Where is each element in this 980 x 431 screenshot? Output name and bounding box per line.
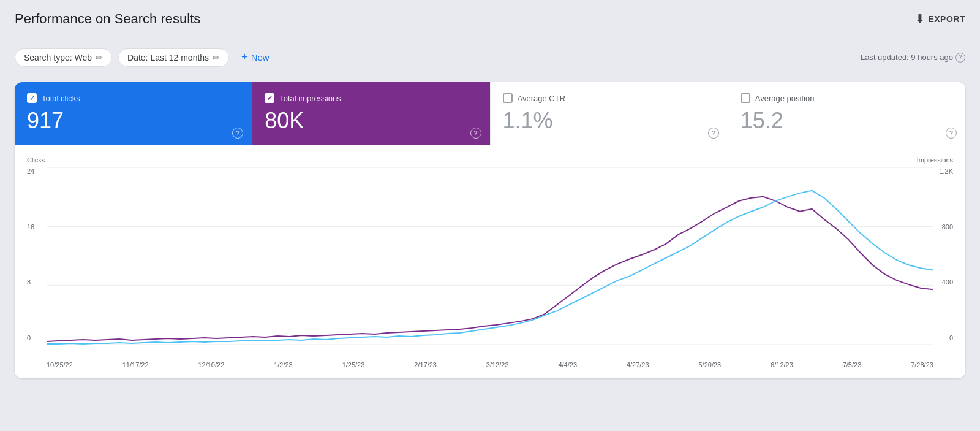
main-container: Performance on Search results ⬇ EXPORT S… bbox=[0, 0, 980, 431]
y-left-0: 24 bbox=[27, 167, 34, 175]
impressions-checkbox[interactable] bbox=[265, 93, 274, 103]
edit-date-icon: ✏ bbox=[213, 53, 220, 63]
position-label: Average position bbox=[755, 94, 815, 103]
metric-total-clicks[interactable]: Total clicks 917 ? bbox=[15, 82, 252, 145]
x-label-0: 10/25/22 bbox=[47, 361, 73, 368]
date-label: Date: Last 12 months bbox=[127, 53, 209, 63]
impressions-label: Total impressions bbox=[279, 94, 341, 103]
filter-left: Search type: Web ✏ Date: Last 12 months … bbox=[15, 47, 276, 67]
metric-clicks-header: Total clicks bbox=[27, 93, 239, 103]
x-label-8: 4/27/23 bbox=[627, 361, 649, 368]
position-help-icon: ? bbox=[946, 128, 957, 139]
position-value: 15.2 bbox=[741, 108, 953, 134]
last-updated: Last updated: 9 hours ago ? bbox=[861, 53, 965, 63]
x-label-3: 1/2/23 bbox=[274, 361, 293, 368]
x-label-10: 6/12/23 bbox=[771, 361, 793, 368]
metric-position-header: Average position bbox=[741, 93, 953, 103]
clicks-value: 917 bbox=[27, 108, 239, 134]
y-left-2: 8 bbox=[27, 278, 34, 286]
y-left-1: 16 bbox=[27, 223, 34, 231]
y-labels-right: 1.2K 800 400 0 bbox=[939, 167, 953, 341]
chart-svg bbox=[47, 167, 933, 345]
y-axis-right-title: Impressions bbox=[917, 156, 953, 166]
impressions-help-icon: ? bbox=[470, 128, 481, 139]
y-left-3: 0 bbox=[27, 334, 34, 341]
edit-search-type-icon: ✏ bbox=[96, 53, 103, 63]
new-button[interactable]: + New bbox=[235, 47, 276, 67]
y-right-3: 0 bbox=[939, 334, 953, 341]
last-updated-text: Last updated: 9 hours ago bbox=[861, 53, 953, 62]
metric-average-ctr[interactable]: Average CTR 1.1% ? bbox=[491, 82, 728, 145]
x-label-6: 3/12/23 bbox=[486, 361, 509, 368]
info-icon: ? bbox=[956, 53, 965, 63]
y-right-2: 400 bbox=[939, 278, 953, 286]
x-label-4: 1/25/23 bbox=[342, 361, 365, 368]
chart-container: Clicks 24 16 8 0 Impressions 1.2K 800 40… bbox=[15, 145, 965, 378]
x-labels: 10/25/22 11/17/22 12/10/22 1/2/23 1/25/2… bbox=[47, 361, 933, 368]
new-label: New bbox=[251, 52, 270, 63]
download-icon: ⬇ bbox=[915, 12, 925, 26]
clicks-help-icon: ? bbox=[232, 128, 243, 139]
y-right-1: 800 bbox=[939, 223, 953, 231]
page-title: Performance on Search results bbox=[15, 11, 200, 27]
position-checkbox[interactable] bbox=[741, 93, 750, 103]
clicks-line bbox=[47, 191, 933, 344]
metric-impressions-header: Total impressions bbox=[265, 93, 477, 103]
metric-ctr-header: Average CTR bbox=[503, 93, 715, 103]
impressions-line bbox=[47, 197, 933, 341]
search-type-label: Search type: Web bbox=[24, 53, 92, 63]
x-label-2: 12/10/22 bbox=[198, 361, 224, 368]
y-labels-left: 24 16 8 0 bbox=[27, 167, 34, 341]
ctr-label: Average CTR bbox=[518, 94, 566, 103]
x-label-5: 2/17/23 bbox=[414, 361, 437, 368]
metrics-chart-card: Total clicks 917 ? Total impressions 80K… bbox=[15, 82, 965, 378]
x-label-1: 11/17/22 bbox=[123, 361, 149, 368]
date-filter[interactable]: Date: Last 12 months ✏ bbox=[118, 48, 229, 67]
x-label-7: 4/4/23 bbox=[558, 361, 577, 368]
metric-average-position[interactable]: Average position 15.2 ? bbox=[728, 82, 965, 145]
metric-total-impressions[interactable]: Total impressions 80K ? bbox=[252, 82, 490, 145]
ctr-help-icon: ? bbox=[708, 128, 719, 139]
x-label-9: 5/20/23 bbox=[699, 361, 722, 368]
y-right-0: 1.2K bbox=[939, 167, 953, 175]
ctr-value: 1.1% bbox=[503, 108, 715, 134]
ctr-checkbox[interactable] bbox=[503, 93, 513, 103]
y-axis-left-title: Clicks bbox=[27, 156, 45, 166]
header-row: Performance on Search results ⬇ EXPORT bbox=[15, 11, 965, 27]
x-label-12: 7/28/23 bbox=[911, 361, 933, 368]
header-divider bbox=[15, 37, 965, 37]
clicks-label: Total clicks bbox=[42, 94, 80, 103]
clicks-checkbox[interactable] bbox=[27, 93, 37, 103]
chart-svg-wrapper bbox=[47, 167, 933, 345]
x-label-11: 7/5/23 bbox=[843, 361, 862, 368]
impressions-value: 80K bbox=[265, 108, 477, 134]
metrics-row: Total clicks 917 ? Total impressions 80K… bbox=[15, 82, 965, 145]
plus-icon: + bbox=[241, 51, 248, 64]
export-button[interactable]: ⬇ EXPORT bbox=[915, 12, 965, 26]
export-label: EXPORT bbox=[928, 14, 965, 24]
search-type-filter[interactable]: Search type: Web ✏ bbox=[15, 48, 112, 67]
filter-row: Search type: Web ✏ Date: Last 12 months … bbox=[15, 47, 965, 67]
